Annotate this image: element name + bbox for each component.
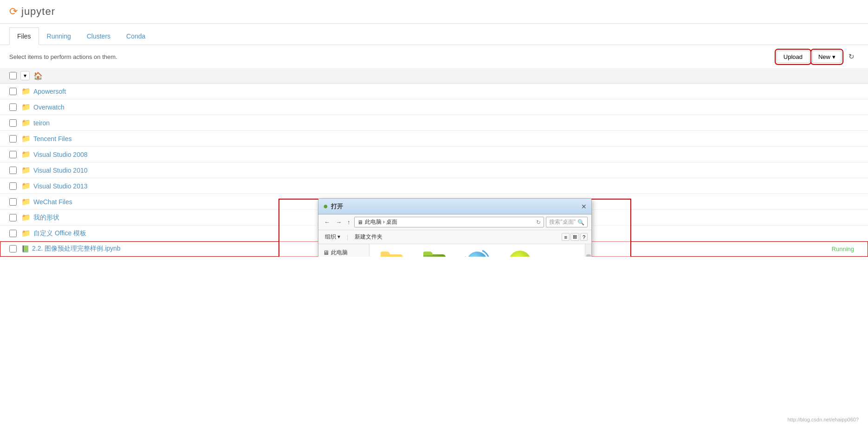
file-row: 📁Apowersoft: [0, 84, 868, 99]
nav-breadcrumb: 🖥 此电脑 › 桌面 ↻: [354, 217, 544, 227]
logo-area: ⟳ jupyter: [9, 6, 55, 18]
toolbar-instruction: Select items to perform actions on them.: [9, 53, 117, 60]
tab-running[interactable]: Running: [39, 27, 79, 45]
file-checkbox[interactable]: [9, 119, 17, 127]
file-link[interactable]: Tencent Files: [33, 135, 71, 142]
file-checkbox[interactable]: [9, 151, 17, 158]
new-button-label: New: [818, 53, 830, 60]
file-checkbox[interactable]: [9, 245, 17, 252]
new-button[interactable]: New ▾: [812, 51, 842, 63]
select-all-checkbox[interactable]: [9, 72, 17, 79]
file-checkbox[interactable]: [9, 135, 17, 142]
tabs-bar: Files Running Clusters Conda: [0, 27, 868, 45]
file-link[interactable]: teiron: [33, 119, 50, 127]
jupyter-logo-icon: ⟳: [9, 6, 18, 18]
toolbar-separator: |: [347, 234, 348, 240]
view-icons: ≡ ⊞ ?: [562, 233, 588, 241]
sort-dropdown-button[interactable]: ▾: [20, 71, 30, 80]
file-open-dialog: ● 打开 ✕ ← → ↑ 🖥 此电脑 › 桌面 ↻ 搜索"桌面" 🔍: [318, 198, 592, 257]
file-row: 📁Tencent Files: [0, 131, 868, 147]
dialog-body: 🖥此电脑🎬视频🖼图片📄文档⬇下载 我的Pvtnon: [318, 244, 591, 257]
file-row: 📁Visual Studio 2010: [0, 162, 868, 178]
file-row: 📁Visual Studio 2013: [0, 178, 868, 194]
main-content: 📁Apowersoft📁Overwatch📁teiron📁Tencent Fil…: [0, 84, 868, 257]
nav-search-area: 搜索"桌面" 🔍: [546, 217, 588, 227]
search-icon[interactable]: 🔍: [577, 219, 584, 226]
file-link[interactable]: Apowersoft: [33, 88, 66, 95]
file-list-header: ▾ 🏠: [0, 68, 868, 84]
new-folder-button[interactable]: 新建文件夹: [352, 232, 385, 242]
folder-thumb-pvtnon: [380, 250, 404, 257]
dialog-scrollbar[interactable]: [585, 244, 591, 257]
view-details-button[interactable]: ⊞: [570, 233, 579, 241]
file-checkbox[interactable]: [9, 198, 17, 206]
dialog-app-icon: ●: [323, 201, 328, 211]
toolbar-actions: Upload New ▾ ↻: [777, 50, 859, 64]
folder-icon: 📁: [21, 103, 31, 111]
nav-forward-button[interactable]: →: [334, 218, 343, 226]
nav-refresh-icon: ↻: [536, 219, 541, 226]
dialog-sidebar: 🖥此电脑🎬视频🖼图片📄文档⬇下载: [318, 244, 369, 257]
folder-icon: 📁: [21, 134, 31, 143]
file-row: 📁Overwatch: [0, 99, 868, 115]
shield-thumb: +: [508, 250, 532, 257]
refresh-button[interactable]: ↻: [844, 50, 859, 64]
dialog-file-my-pvtnon[interactable]: 我的Pvtnon: [373, 248, 410, 257]
dialog-content-area: 我的Pvtnon 📊 智能系: [369, 244, 585, 257]
file-checkbox[interactable]: [9, 214, 17, 221]
dialog-title-area: ● 打开: [323, 201, 343, 211]
nav-breadcrumb-path: 此电脑 › 桌面: [365, 218, 398, 226]
folder-icon: 📁: [21, 181, 31, 190]
tab-clusters[interactable]: Clusters: [79, 27, 118, 45]
folder-icon: 📁: [21, 213, 31, 222]
header: ⟳ jupyter: [0, 0, 868, 24]
file-link[interactable]: Overwatch: [33, 104, 65, 111]
file-row: 📁Visual Studio 2008: [0, 147, 868, 162]
running-badge: Running: [832, 246, 854, 252]
dialog-toolbar: 组织 ▾ | 新建文件夹 ≡ ⊞ ?: [318, 230, 591, 244]
search-term: 搜索"桌面": [549, 218, 576, 226]
file-checkbox[interactable]: [9, 182, 17, 190]
file-link[interactable]: WeChat Files: [33, 198, 72, 206]
dialog-sidebar-item[interactable]: 🖥此电脑: [318, 247, 369, 257]
folder-icon: 📁: [21, 118, 31, 127]
file-link[interactable]: Visual Studio 2008: [33, 151, 88, 158]
folder-thumb-smart: 📊: [422, 250, 447, 257]
file-link[interactable]: 自定义 Office 模板: [33, 229, 86, 238]
folder-icon: 📁: [21, 197, 31, 206]
file-link[interactable]: 我的形状: [33, 214, 59, 222]
dialog-file-ie[interactable]: e 360安全浏览: [459, 248, 496, 257]
file-checkbox[interactable]: [9, 230, 17, 237]
nav-back-button[interactable]: ←: [322, 218, 332, 226]
file-checkbox[interactable]: [9, 88, 17, 95]
file-link[interactable]: Visual Studio 2013: [33, 182, 88, 190]
organize-button[interactable]: 组织 ▾: [322, 232, 343, 242]
sidebar-item-label: 此电脑: [331, 249, 348, 257]
file-checkbox[interactable]: [9, 104, 17, 111]
view-list-button[interactable]: ≡: [562, 233, 569, 241]
logo-text: jupyter: [21, 6, 55, 18]
view-help-button[interactable]: ?: [580, 233, 588, 241]
file-link[interactable]: 2.2. 图像预处理完整样例.ipynb: [32, 245, 121, 253]
dialog-file-shield[interactable]: + 360安全卫+: [501, 248, 538, 257]
tab-files[interactable]: Files: [9, 27, 39, 45]
file-link[interactable]: Visual Studio 2010: [33, 167, 88, 174]
folder-icon: 📁: [21, 150, 31, 159]
file-checkbox[interactable]: [9, 167, 17, 174]
nav-up-button[interactable]: ↑: [345, 218, 352, 226]
dialog-file-smart[interactable]: 📊 智能系: [416, 248, 453, 257]
ie-thumb: e: [465, 250, 489, 257]
home-icon[interactable]: 🏠: [33, 71, 43, 80]
dialog-close-button[interactable]: ✕: [581, 203, 587, 210]
file-open-dialog-overlay: ● 打开 ✕ ← → ↑ 🖥 此电脑 › 桌面 ↻ 搜索"桌面" 🔍: [279, 199, 631, 257]
folder-icon: 📁: [21, 87, 31, 96]
tab-conda[interactable]: Conda: [118, 27, 153, 45]
folder-icon: 📁: [21, 229, 31, 238]
nav-breadcrumb-icon: 🖥: [357, 219, 363, 226]
upload-button[interactable]: Upload: [777, 51, 810, 63]
notebook-icon: 📗: [21, 245, 29, 252]
dialog-nav-bar: ← → ↑ 🖥 此电脑 › 桌面 ↻ 搜索"桌面" 🔍: [318, 214, 591, 230]
dialog-titlebar: ● 打开 ✕: [318, 199, 591, 214]
main-toolbar: Select items to perform actions on them.…: [0, 45, 868, 68]
sidebar-item-icon: 🖥: [323, 249, 329, 256]
